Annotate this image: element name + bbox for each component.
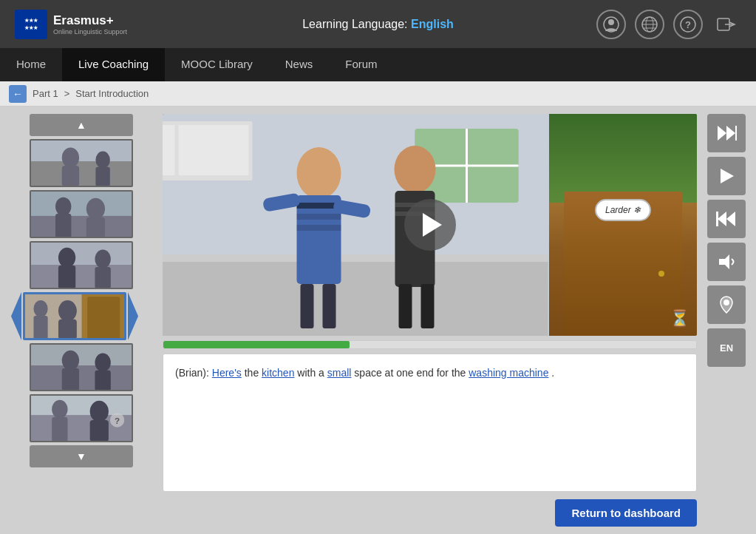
thumbnail-6[interactable]: ? <box>30 394 133 442</box>
center-panel: Larder ❄ ⏳ (Brian): Here's the kitch <box>163 114 697 527</box>
logo-flag: ★★★ ★★★ <box>15 10 47 39</box>
svg-rect-67 <box>297 225 341 231</box>
globe-icon-btn[interactable] <box>635 10 664 39</box>
skip-back-btn[interactable] <box>707 200 746 238</box>
transcript-speaker: (Brian): <box>175 367 209 379</box>
return-to-dashboard-btn[interactable]: Return to dashboard <box>555 499 697 527</box>
svg-marker-78 <box>718 126 726 141</box>
svg-point-4 <box>608 19 614 25</box>
transcript-link-heres[interactable]: Here's <box>212 367 242 379</box>
transcript-link-small[interactable]: small <box>327 367 352 379</box>
svg-point-86 <box>723 300 729 305</box>
svg-point-37 <box>33 300 47 317</box>
svg-rect-27 <box>31 265 132 288</box>
logo: ★★★ ★★★ Erasmus+ Online Linguistic Suppo… <box>15 10 127 39</box>
thumbnail-1[interactable] <box>30 139 133 187</box>
thumbnail-panel: ▲ <box>7 114 155 527</box>
svg-rect-0 <box>17 12 45 37</box>
language-value: English <box>411 18 454 30</box>
active-arrow-left <box>11 292 21 340</box>
play-ctrl-btn[interactable] <box>707 157 746 195</box>
thumbnail-4[interactable] <box>23 292 126 340</box>
learning-language-label: Learning Language: English <box>302 18 454 31</box>
svg-rect-17 <box>62 166 79 186</box>
timer-icon: ⏳ <box>670 309 689 328</box>
thumbnail-list: ? <box>7 139 155 442</box>
svg-rect-31 <box>95 267 110 288</box>
transcript-link-washing-machine[interactable]: washing machine <box>469 367 548 379</box>
svg-point-49 <box>90 401 109 422</box>
thumbnail-3[interactable] <box>30 241 133 289</box>
svg-marker-82 <box>726 212 735 226</box>
nav-mooc-library[interactable]: MOOC Library <box>165 48 269 81</box>
profile-icon-btn[interactable] <box>596 10 626 39</box>
svg-rect-19 <box>95 167 109 186</box>
svg-rect-48 <box>52 417 67 442</box>
main-content: ▲ <box>0 107 756 534</box>
learning-language-text: Learning Language: <box>302 18 407 30</box>
svg-rect-59 <box>163 125 175 175</box>
language-btn[interactable]: EN <box>707 328 746 367</box>
play-icon <box>423 213 442 237</box>
logo-name: Erasmus+ <box>53 13 114 28</box>
svg-point-16 <box>62 148 79 168</box>
volume-btn[interactable] <box>707 243 746 281</box>
svg-rect-21 <box>31 216 132 237</box>
svg-marker-81 <box>721 169 734 183</box>
nav-news[interactable]: News <box>269 48 330 81</box>
transcript-box: (Brian): Here's the kitchen with a small… <box>163 354 697 492</box>
svg-rect-44 <box>95 371 110 391</box>
svg-point-24 <box>86 198 105 220</box>
transcript-text-1: the <box>245 367 262 379</box>
nav-home[interactable]: Home <box>0 48 62 81</box>
thumbnail-4-wrap <box>11 292 151 340</box>
svg-point-28 <box>58 248 75 268</box>
active-arrow-right <box>128 292 138 340</box>
svg-marker-83 <box>718 212 726 226</box>
svg-marker-79 <box>726 126 735 141</box>
thumbnail-5[interactable] <box>30 343 133 391</box>
svg-rect-74 <box>399 284 412 328</box>
transcript-text-3: space at one end for the <box>354 367 469 379</box>
logo-subtitle: Online Linguistic Support <box>53 28 127 36</box>
thumbnail-2[interactable] <box>30 190 133 238</box>
video-player[interactable]: Larder ❄ ⏳ <box>163 114 697 336</box>
nav-live-coaching[interactable]: Live Coaching <box>62 48 165 81</box>
nav-forum[interactable]: Forum <box>329 48 393 81</box>
svg-rect-84 <box>716 212 718 226</box>
progress-bar[interactable] <box>163 340 697 349</box>
svg-rect-62 <box>163 262 548 336</box>
svg-point-18 <box>95 151 109 168</box>
svg-rect-60 <box>179 125 249 175</box>
play-button[interactable] <box>404 199 456 251</box>
svg-rect-66 <box>297 214 341 220</box>
header-icons: ? <box>596 10 741 39</box>
skip-forward-btn[interactable] <box>707 114 746 152</box>
svg-rect-36 <box>58 320 77 339</box>
svg-rect-29 <box>58 266 75 288</box>
svg-rect-50 <box>90 420 109 442</box>
right-controls: EN <box>704 114 749 527</box>
svg-rect-42 <box>62 368 79 391</box>
location-btn[interactable] <box>707 285 746 324</box>
exit-icon-btn[interactable] <box>712 10 741 39</box>
transcript-link-kitchen[interactable]: kitchen <box>262 367 294 379</box>
svg-text:★★★: ★★★ <box>24 25 38 30</box>
thumb-scroll-up-btn[interactable]: ▲ <box>30 114 133 136</box>
svg-rect-80 <box>735 126 737 141</box>
svg-point-22 <box>55 197 71 216</box>
svg-rect-76 <box>301 284 314 328</box>
return-btn-row: Return to dashboard <box>163 499 697 527</box>
transcript-text-4: . <box>551 367 554 379</box>
svg-marker-85 <box>719 254 729 269</box>
svg-text:★★★: ★★★ <box>24 18 38 23</box>
header: ★★★ ★★★ Erasmus+ Online Linguistic Suppo… <box>0 0 756 48</box>
thumb-scroll-down-btn[interactable]: ▼ <box>30 445 133 467</box>
breadcrumb-back-btn[interactable]: ← <box>9 85 27 103</box>
svg-text:?: ? <box>685 19 691 30</box>
help-icon-btn[interactable]: ? <box>673 10 703 39</box>
transcript-text-2: with a <box>297 367 327 379</box>
svg-point-35 <box>58 300 77 322</box>
svg-point-43 <box>95 354 110 372</box>
svg-point-41 <box>62 351 79 371</box>
